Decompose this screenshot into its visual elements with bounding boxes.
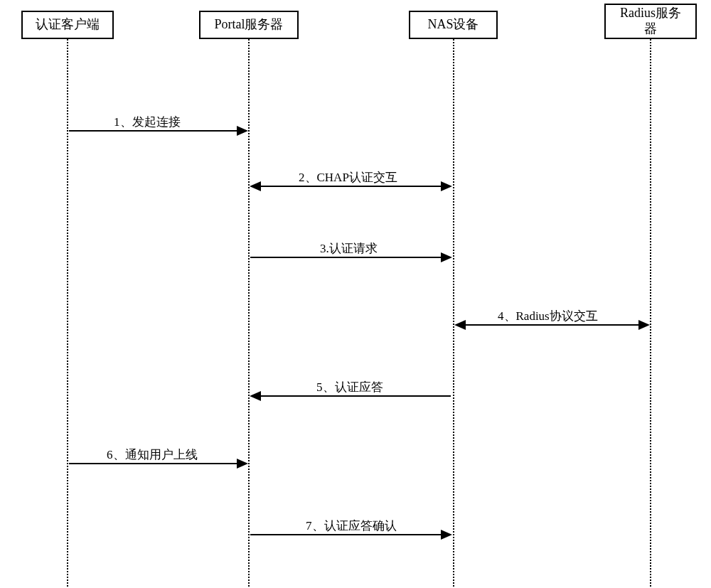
message-5-line: [261, 395, 451, 397]
message-7-label: 7、认证应答确认: [306, 518, 397, 534]
message-4-arrow-left: [454, 320, 466, 330]
message-2-line: [261, 186, 441, 187]
participant-radius: Radius服务 器: [604, 4, 697, 39]
message-7-line: [250, 534, 441, 535]
message-2-label: 2、CHAP认证交互: [299, 169, 397, 186]
message-6-arrow: [237, 459, 248, 469]
message-5-arrow: [250, 391, 261, 401]
participant-nas-label: NAS设备: [427, 17, 479, 33]
message-3-line: [250, 257, 441, 258]
participant-portal-label: Portal服务器: [215, 17, 284, 33]
message-4-label: 4、Radius协议交互: [498, 308, 598, 324]
message-3-label: 3.认证请求: [320, 240, 378, 257]
message-3-arrow: [441, 252, 452, 262]
message-7-arrow: [441, 530, 452, 540]
participant-radius-label-2: 器: [644, 21, 657, 37]
participant-client-label: 认证客户端: [36, 17, 100, 33]
lifeline-client: [67, 39, 68, 587]
lifeline-nas: [453, 39, 454, 587]
message-1-line: [69, 130, 237, 132]
message-2-arrow-left: [250, 181, 261, 191]
message-1-label: 1、发起连接: [114, 114, 181, 130]
message-6-label: 6、通知用户上线: [107, 447, 198, 463]
participant-portal: Portal服务器: [199, 11, 299, 39]
lifeline-portal: [248, 39, 250, 587]
participant-radius-label-1: Radius服务: [620, 6, 681, 21]
participant-client: 认证客户端: [21, 11, 114, 39]
message-1-arrow: [237, 126, 248, 136]
lifeline-radius: [650, 39, 651, 587]
message-2-arrow-right: [441, 181, 452, 191]
participant-nas: NAS设备: [409, 11, 498, 39]
message-6-line: [69, 463, 237, 464]
message-5-label: 5、认证应答: [316, 379, 383, 395]
message-4-line: [466, 324, 638, 326]
message-4-arrow-right: [638, 320, 650, 330]
